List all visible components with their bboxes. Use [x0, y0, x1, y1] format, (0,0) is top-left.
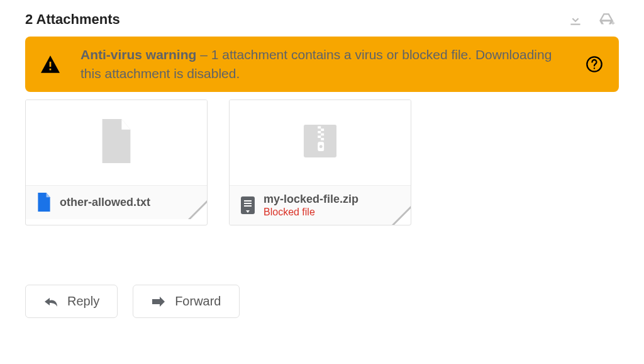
attachments-title: 2 Attachments — [25, 11, 120, 28]
warning-separator: – — [196, 47, 211, 62]
attachment-footer: my-locked-file.zip Blocked file — [230, 185, 411, 225]
attachment-card[interactable]: other-allowed.txt — [25, 100, 208, 226]
reply-icon — [43, 295, 58, 308]
svg-rect-11 — [321, 138, 324, 140]
reply-label: Reply — [67, 294, 99, 309]
svg-rect-16 — [244, 203, 252, 204]
antivirus-warning-banner: Anti-virus warning – 1 attachment contai… — [25, 37, 619, 92]
attachment-footer: other-allowed.txt — [26, 185, 207, 219]
card-corner-fold-icon — [188, 200, 207, 219]
svg-rect-2 — [50, 69, 52, 71]
forward-icon — [151, 295, 166, 308]
svg-rect-17 — [244, 205, 252, 207]
svg-point-13 — [319, 145, 323, 148]
attachments-list: other-allowed.txt — [25, 100, 619, 226]
svg-rect-15 — [244, 200, 252, 202]
svg-text:+: + — [611, 19, 615, 26]
svg-point-4 — [594, 67, 595, 69]
help-icon[interactable] — [584, 54, 605, 75]
blocked-file-icon — [240, 195, 256, 215]
svg-rect-5 — [304, 125, 336, 157]
warning-title: Anti-virus warning — [80, 47, 196, 62]
attachment-filename: my-locked-file.zip — [264, 192, 358, 207]
forward-label: Forward — [175, 294, 221, 309]
attachment-preview — [230, 100, 411, 185]
svg-rect-8 — [318, 131, 321, 134]
svg-rect-7 — [321, 128, 324, 131]
attachment-filename: other-allowed.txt — [60, 195, 150, 210]
attachment-card[interactable]: my-locked-file.zip Blocked file — [229, 100, 411, 226]
svg-rect-10 — [318, 135, 321, 138]
card-corner-fold-icon — [392, 206, 411, 225]
warning-icon — [38, 55, 63, 74]
download-all-icon[interactable] — [567, 11, 584, 28]
reply-button[interactable]: Reply — [25, 285, 118, 318]
warning-text: Anti-virus warning – 1 attachment contai… — [80, 45, 566, 83]
save-to-drive-icon[interactable]: + — [597, 11, 615, 28]
attachment-preview — [26, 100, 207, 185]
svg-rect-9 — [321, 134, 324, 136]
zip-file-icon — [301, 122, 340, 163]
generic-file-icon — [99, 119, 134, 166]
message-actions: Reply Forward — [25, 285, 619, 318]
forward-button[interactable]: Forward — [133, 285, 239, 318]
svg-rect-6 — [318, 127, 321, 129]
attachment-status: Blocked file — [264, 206, 358, 219]
svg-rect-1 — [50, 62, 52, 67]
header-actions: + — [567, 11, 619, 28]
txt-file-icon — [36, 192, 52, 212]
attachments-header: 2 Attachments + — [25, 11, 619, 28]
